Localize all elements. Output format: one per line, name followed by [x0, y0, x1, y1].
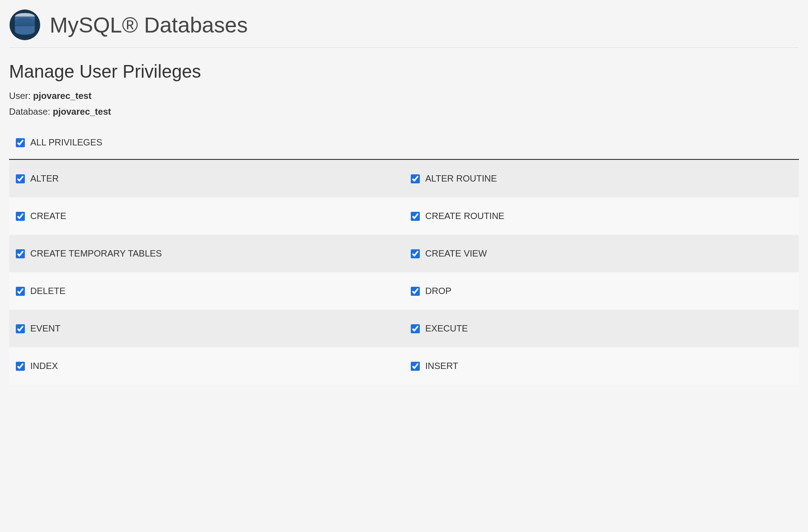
database-icon [9, 9, 41, 41]
privilege-row: DELETEDROP [9, 272, 799, 310]
privilege-checkbox[interactable] [411, 249, 420, 258]
privilege-cell: EVENT [9, 310, 404, 347]
database-info-line: Database: pjovarec_test [9, 107, 799, 117]
database-value: pjovarec_test [53, 107, 111, 117]
privilege-label[interactable]: CREATE TEMPORARY TABLES [30, 248, 162, 259]
privilege-label[interactable]: CREATE [30, 211, 66, 221]
privilege-checkbox[interactable] [16, 212, 25, 221]
privilege-cell: ALTER ROUTINE [404, 160, 799, 197]
privilege-cell: CREATE [9, 197, 404, 235]
privilege-label[interactable]: CREATE VIEW [425, 248, 487, 259]
privilege-cell: CREATE TEMPORARY TABLES [9, 235, 404, 272]
privilege-checkbox[interactable] [16, 287, 25, 296]
privilege-cell: ALTER [9, 160, 404, 197]
privilege-cell: DELETE [9, 272, 404, 310]
user-value: pjovarec_test [33, 91, 91, 101]
privilege-checkbox[interactable] [411, 362, 420, 371]
privilege-cell: CREATE ROUTINE [404, 197, 799, 235]
privilege-checkbox[interactable] [16, 174, 25, 183]
privilege-row: CREATECREATE ROUTINE [9, 197, 799, 235]
privilege-row: INDEXINSERT [9, 347, 799, 385]
privilege-label[interactable]: INDEX [30, 361, 58, 371]
privilege-checkbox[interactable] [16, 249, 25, 258]
privilege-cell: DROP [404, 272, 799, 310]
privilege-label[interactable]: INSERT [425, 361, 458, 371]
page-title: MySQL® Databases [50, 13, 248, 37]
privilege-row: EVENTEXECUTE [9, 310, 799, 347]
privilege-checkbox[interactable] [411, 287, 420, 296]
privileges-table: ALTERALTER ROUTINECREATECREATE ROUTINECR… [9, 160, 799, 385]
privilege-cell: INDEX [9, 347, 404, 385]
privilege-label[interactable]: CREATE ROUTINE [425, 211, 504, 221]
section-title: Manage User Privileges [9, 61, 799, 82]
all-privileges-checkbox[interactable] [16, 138, 25, 147]
privilege-label[interactable]: ALTER [30, 173, 59, 184]
privilege-checkbox[interactable] [16, 362, 25, 371]
privilege-row: CREATE TEMPORARY TABLESCREATE VIEW [9, 235, 799, 272]
privilege-cell: INSERT [404, 347, 799, 385]
privilege-cell: CREATE VIEW [404, 235, 799, 272]
privilege-label[interactable]: ALTER ROUTINE [425, 173, 497, 184]
privilege-checkbox[interactable] [411, 174, 420, 183]
user-label: User: [9, 91, 33, 101]
page-header: MySQL® Databases [9, 9, 799, 48]
all-privileges-label[interactable]: ALL PRIVILEGES [30, 137, 102, 148]
privilege-row: ALTERALTER ROUTINE [9, 160, 799, 197]
user-info-line: User: pjovarec_test [9, 91, 799, 101]
privilege-cell: EXECUTE [404, 310, 799, 347]
all-privileges-row: ALL PRIVILEGES [9, 124, 799, 160]
privilege-label[interactable]: DROP [425, 286, 451, 296]
privilege-label[interactable]: EXECUTE [425, 323, 468, 334]
privilege-label[interactable]: DELETE [30, 286, 66, 296]
privilege-checkbox[interactable] [411, 324, 420, 333]
privilege-checkbox[interactable] [16, 324, 25, 333]
privilege-label[interactable]: EVENT [30, 323, 61, 334]
database-label: Database: [9, 107, 53, 117]
privilege-checkbox[interactable] [411, 212, 420, 221]
